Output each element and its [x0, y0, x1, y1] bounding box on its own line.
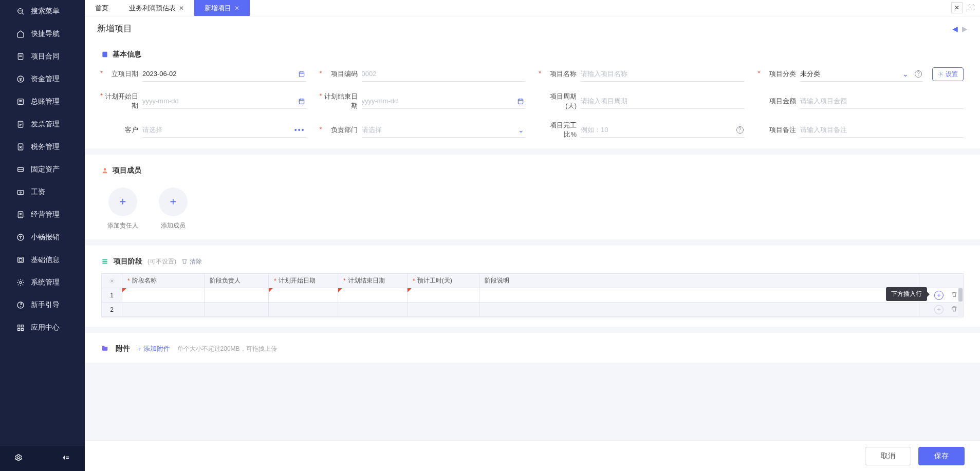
chevron-down-icon[interactable]: ⌄	[518, 126, 524, 134]
gear-column[interactable]	[102, 274, 122, 288]
cell-owner[interactable]	[205, 303, 269, 317]
cell-name[interactable]	[122, 303, 205, 317]
svg-rect-50	[102, 259, 107, 260]
tab-home[interactable]: 首页	[85, 0, 119, 16]
input-code[interactable]	[362, 66, 526, 82]
close-icon[interactable]: ✕	[234, 5, 239, 12]
save-button[interactable]: 保存	[918, 447, 965, 465]
hint: (可不设置)	[147, 257, 176, 266]
calendar-icon[interactable]	[298, 70, 305, 78]
select-category[interactable]: 未分类 ⌄ ?	[800, 66, 923, 82]
expand-icon[interactable]: ⛶	[966, 2, 977, 13]
select-customer[interactable]: •••	[142, 122, 306, 138]
field-customer: 客户 •••	[101, 121, 306, 139]
input-date[interactable]	[142, 66, 306, 82]
sidebar-item-ledger[interactable]: 总账管理	[0, 90, 85, 113]
close-btn[interactable]: ✕	[951, 2, 963, 13]
nav-arrows: ◀ ▶	[952, 25, 968, 33]
section-title: 项目成员	[113, 166, 141, 175]
label: 总账管理	[31, 97, 60, 106]
svg-rect-52	[102, 262, 107, 263]
cell-plan-end[interactable]	[338, 303, 408, 317]
close-icon[interactable]: ✕	[179, 5, 184, 12]
input-plan-end[interactable]	[362, 93, 526, 109]
insert-row-button[interactable]: +	[934, 305, 944, 314]
page-header: 新增项目 ◀ ▶	[85, 16, 980, 41]
sidebar-item-quick[interactable]: 快捷导航	[0, 23, 85, 45]
label: 小畅报销	[31, 233, 60, 242]
main: 首页 业务利润预估表 ✕ 新增项目 ✕ ✕ ⛶ 新增项目 ◀ ▶	[85, 0, 980, 471]
select-dept[interactable]: ⌄	[362, 122, 526, 138]
search-icon	[16, 7, 25, 15]
insert-row-button[interactable]: +	[934, 291, 944, 300]
sidebar-item-basic[interactable]: 基础信息	[0, 249, 85, 271]
sidebar-item-salary[interactable]: 工资	[0, 181, 85, 203]
clear-button[interactable]: 清除	[181, 257, 202, 266]
calendar-icon[interactable]	[298, 98, 305, 105]
tab-bar: 首页 业务利润预估表 ✕ 新增项目 ✕ ✕ ⛶	[85, 0, 980, 16]
sidebar: 搜索菜单 快捷导航 项目合同 资金管理 总账管理 发票管理	[0, 0, 85, 471]
col-est-days: 预计工时(天)	[408, 274, 479, 288]
sidebar-item-asset[interactable]: 固定资产	[0, 158, 85, 181]
scrollbar[interactable]	[958, 288, 963, 317]
sidebar-item-business[interactable]: 经营管理	[0, 203, 85, 226]
sidebar-item-tax[interactable]: 税务管理	[0, 136, 85, 158]
cell-owner[interactable]	[205, 288, 269, 303]
svg-rect-16	[17, 191, 24, 195]
svg-point-17	[20, 192, 22, 193]
svg-rect-28	[18, 325, 20, 327]
row-index: 1	[102, 288, 122, 303]
sidebar-search[interactable]: 搜索菜单	[0, 0, 85, 23]
cell-desc[interactable]	[479, 288, 919, 303]
input-amount[interactable]	[800, 93, 964, 109]
cell-plan-start[interactable]	[269, 288, 338, 303]
tab-new-project[interactable]: 新增项目 ✕	[194, 0, 250, 16]
sidebar-item-system[interactable]: 系统管理	[0, 271, 85, 294]
add-owner-button[interactable]: +	[108, 187, 137, 216]
input-name[interactable]	[581, 66, 745, 82]
sidebar-item-fund[interactable]: 资金管理	[0, 68, 85, 90]
next-icon[interactable]: ▶	[962, 25, 968, 33]
help-icon[interactable]: ?	[915, 70, 922, 78]
label: 搜索菜单	[31, 7, 60, 16]
cell-est-days[interactable]	[408, 288, 479, 303]
tab-label: 新增项目	[205, 4, 231, 13]
cell-name[interactable]	[122, 288, 205, 303]
cancel-button[interactable]: 取消	[865, 447, 911, 465]
window-controls: ✕ ⛶	[951, 2, 977, 13]
add-owner: + 添加责任人	[107, 187, 138, 230]
cell-est-days[interactable]	[408, 303, 479, 317]
input-remark[interactable]	[800, 122, 964, 138]
table-header: 阶段名称 阶段负责人 计划开始日期 计划结束日期 预计工时(天) 阶段说明	[102, 274, 963, 288]
sidebar-item-apps[interactable]: 应用中心	[0, 316, 85, 339]
calendar-icon[interactable]	[517, 98, 524, 105]
sidebar-item-expense[interactable]: 小畅报销	[0, 226, 85, 249]
chevron-down-icon[interactable]: ⌄	[902, 70, 909, 78]
settings-button[interactable]: 设置	[932, 67, 964, 81]
svg-point-32	[17, 457, 20, 459]
prev-icon[interactable]: ◀	[952, 25, 958, 33]
label: 项目分类	[759, 69, 800, 79]
sidebar-item-invoice[interactable]: 发票管理	[0, 113, 85, 136]
input-cycle[interactable]	[581, 93, 745, 109]
add-attachment-button[interactable]: +添加附件	[137, 344, 170, 353]
cell-plan-end[interactable]	[338, 288, 408, 303]
cell-desc[interactable]	[479, 303, 919, 317]
more-icon[interactable]: •••	[294, 126, 305, 134]
tab-profit-estimate[interactable]: 业务利润预估表 ✕	[119, 0, 194, 16]
section-title: 附件	[116, 344, 130, 353]
input-progress[interactable]: ?	[581, 122, 745, 138]
collapse-icon[interactable]	[61, 454, 70, 463]
settings-icon[interactable]	[14, 454, 23, 463]
field-progress: 项目完工比% ?	[540, 121, 745, 139]
input-plan-start[interactable]	[142, 93, 306, 109]
label: 新手引导	[31, 300, 60, 310]
sidebar-item-guide[interactable]: 新手引导	[0, 294, 85, 316]
sidebar-item-project-contract[interactable]: 项目合同	[0, 45, 85, 68]
cell-plan-start[interactable]	[269, 303, 338, 317]
field-date: 立项日期	[101, 66, 306, 82]
add-member-button[interactable]: +	[159, 187, 188, 216]
help-icon[interactable]: ?	[736, 126, 744, 134]
delete-row-button[interactable]	[951, 291, 958, 299]
delete-row-button[interactable]	[951, 305, 958, 314]
